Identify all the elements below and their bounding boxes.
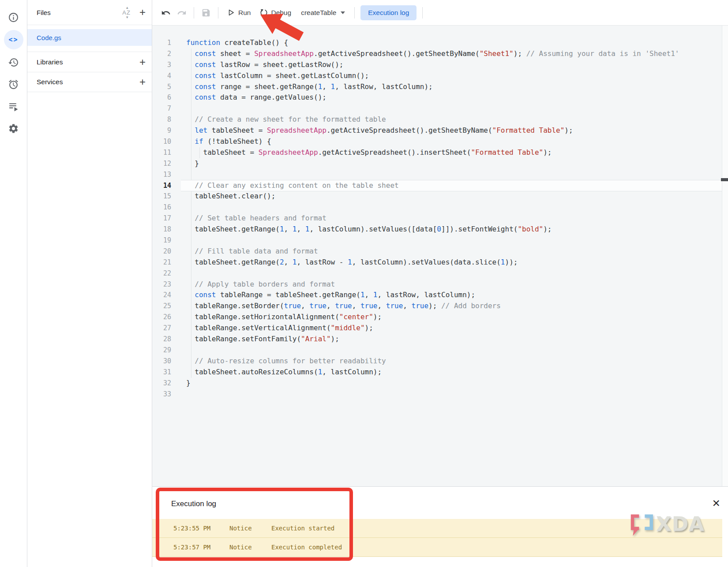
code-line-text[interactable] bbox=[181, 268, 722, 279]
line-number[interactable]: 16 bbox=[152, 202, 181, 213]
code-line-text[interactable]: const range = sheet.getRange(1, 1, lastR… bbox=[181, 82, 722, 93]
line-number[interactable]: 11 bbox=[152, 147, 181, 158]
line-number[interactable]: 28 bbox=[152, 334, 181, 345]
code-line-text[interactable]: tableSheet.autoResizeColumns(1, lastColu… bbox=[181, 367, 722, 378]
project-history-icon[interactable] bbox=[4, 53, 23, 71]
code-line[interactable]: 26 tableRange.setHorizontalAlignment("ce… bbox=[152, 312, 728, 323]
code-line-text[interactable]: function createTable() { bbox=[181, 37, 722, 48]
line-number[interactable]: 33 bbox=[152, 389, 181, 400]
add-file-plus-icon[interactable]: + bbox=[139, 7, 146, 18]
code-line[interactable]: 28 tableRange.setFontFamily("Arial"); bbox=[152, 334, 728, 345]
line-number[interactable]: 17 bbox=[152, 213, 181, 224]
file-item-code-gs[interactable]: Code.gs bbox=[27, 29, 152, 46]
code-line-text[interactable] bbox=[181, 103, 722, 114]
code-line-text[interactable]: const data = range.getValues(); bbox=[181, 92, 722, 103]
code-line-text[interactable]: const sheet = SpreadsheetApp.getActiveSp… bbox=[181, 48, 722, 60]
code-line-text[interactable]: tableSheet.getRange(2, 1, lastRow - 1, l… bbox=[181, 257, 722, 268]
code-line[interactable]: 20 // Fill table data and format bbox=[152, 246, 728, 257]
code-line[interactable]: 30 // Auto-resize columns for better rea… bbox=[152, 356, 728, 367]
code-line[interactable]: 32} bbox=[152, 378, 728, 389]
line-number[interactable]: 2 bbox=[152, 48, 181, 60]
code-line[interactable]: 33 bbox=[152, 389, 728, 400]
code-line[interactable]: 14 // Clear any existing content on the … bbox=[152, 180, 728, 191]
code-line[interactable]: 31 tableSheet.autoResizeColumns(1, lastC… bbox=[152, 367, 728, 378]
code-line[interactable]: 7 bbox=[152, 103, 728, 114]
close-icon[interactable]: × bbox=[712, 496, 720, 510]
debug-button[interactable]: Debug bbox=[255, 6, 296, 19]
line-number[interactable]: 8 bbox=[152, 114, 181, 125]
line-number[interactable]: 18 bbox=[152, 224, 181, 235]
line-number[interactable]: 15 bbox=[152, 191, 181, 202]
code-line[interactable]: 13 bbox=[152, 169, 728, 180]
code-line-text[interactable]: tableRange.setFontFamily("Arial"); bbox=[181, 334, 722, 345]
code-line-text[interactable]: } bbox=[181, 378, 722, 389]
code-line-text[interactable] bbox=[181, 345, 722, 356]
code-line[interactable]: 21 tableSheet.getRange(2, 1, lastRow - 1… bbox=[152, 257, 728, 268]
line-number[interactable]: 31 bbox=[152, 367, 181, 378]
line-number[interactable]: 4 bbox=[152, 71, 181, 82]
line-number[interactable]: 23 bbox=[152, 279, 181, 290]
line-number[interactable]: 7 bbox=[152, 103, 181, 114]
add-service-plus-icon[interactable]: + bbox=[139, 77, 146, 87]
line-number[interactable]: 3 bbox=[152, 60, 181, 71]
line-number[interactable]: 10 bbox=[152, 136, 181, 147]
settings-gear-icon[interactable] bbox=[4, 119, 23, 138]
code-line-text[interactable] bbox=[181, 202, 722, 213]
code-line[interactable]: 18 tableSheet.getRange(1, 1, 1, lastColu… bbox=[152, 224, 728, 235]
code-line[interactable]: 19 bbox=[152, 235, 728, 246]
line-number[interactable]: 1 bbox=[152, 37, 181, 48]
code-line-text[interactable]: tableSheet.clear(); bbox=[181, 191, 722, 202]
line-number[interactable]: 20 bbox=[152, 246, 181, 257]
code-line-text[interactable]: tableRange.setBorder(true, true, true, t… bbox=[181, 301, 722, 312]
line-number[interactable]: 13 bbox=[152, 169, 181, 180]
code-line[interactable]: 24 const tableRange = tableSheet.getRang… bbox=[152, 290, 728, 301]
triggers-alarm-icon[interactable] bbox=[4, 75, 23, 93]
code-line-text[interactable]: let tableSheet = SpreadsheetApp.getActiv… bbox=[181, 125, 722, 136]
sidebar-section-libraries[interactable]: Libraries + bbox=[27, 52, 152, 72]
code-line[interactable]: 12 } bbox=[152, 158, 728, 169]
executions-icon[interactable] bbox=[4, 97, 23, 116]
code-line[interactable]: 29 bbox=[152, 345, 728, 356]
line-number[interactable]: 9 bbox=[152, 125, 181, 136]
code-line[interactable]: 3 const lastRow = sheet.getLastRow(); bbox=[152, 60, 728, 71]
save-icon[interactable] bbox=[199, 6, 213, 19]
sidebar-section-services[interactable]: Services + bbox=[27, 72, 152, 92]
code-line[interactable]: 16 bbox=[152, 202, 728, 213]
line-number[interactable]: 29 bbox=[152, 345, 181, 356]
code-line[interactable]: 25 tableRange.setBorder(true, true, true… bbox=[152, 301, 728, 312]
code-line-text[interactable] bbox=[181, 389, 722, 400]
line-number[interactable]: 14 bbox=[152, 180, 181, 191]
line-number[interactable]: 25 bbox=[152, 301, 181, 312]
function-selector-dropdown[interactable]: createTable bbox=[296, 6, 350, 19]
code-line-text[interactable]: tableSheet = SpreadsheetApp.getActiveSpr… bbox=[181, 147, 722, 158]
code-line-text[interactable]: // Set table headers and format bbox=[181, 213, 722, 224]
code-line[interactable]: 23 // Apply table borders and format bbox=[152, 279, 728, 290]
code-line-text[interactable]: tableRange.setVerticalAlignment("middle"… bbox=[181, 323, 722, 334]
az-sort-icon[interactable]: AZ▲▼ bbox=[121, 9, 131, 16]
code-line-text[interactable]: // Create a new sheet for the formatted … bbox=[181, 114, 722, 125]
line-number[interactable]: 27 bbox=[152, 323, 181, 334]
code-line-text[interactable]: // Apply table borders and format bbox=[181, 279, 722, 290]
code-line[interactable]: 17 // Set table headers and format bbox=[152, 213, 728, 224]
code-line-text[interactable]: tableRange.setHorizontalAlignment("cente… bbox=[181, 312, 722, 323]
line-number[interactable]: 6 bbox=[152, 92, 181, 103]
line-number[interactable]: 32 bbox=[152, 378, 181, 389]
code-line[interactable]: 22 bbox=[152, 268, 728, 279]
code-line-text[interactable]: const lastRow = sheet.getLastRow(); bbox=[181, 60, 722, 71]
code-line-text[interactable]: const lastColumn = sheet.getLastColumn()… bbox=[181, 71, 722, 82]
code-line-text[interactable]: // Auto-resize columns for better readab… bbox=[181, 356, 722, 367]
code-line-text[interactable]: const tableRange = tableSheet.getRange(1… bbox=[181, 290, 722, 301]
code-line-text[interactable]: } bbox=[181, 158, 722, 169]
code-line-text[interactable]: tableSheet.getRange(1, 1, 1, lastColumn)… bbox=[181, 224, 722, 235]
add-library-plus-icon[interactable]: + bbox=[139, 57, 146, 67]
execution-log-button[interactable]: Execution log bbox=[360, 5, 417, 20]
line-number[interactable]: 26 bbox=[152, 312, 181, 323]
code-line[interactable]: 10 if (!tableSheet) { bbox=[152, 136, 728, 147]
redo-icon[interactable] bbox=[175, 6, 188, 19]
code-line[interactable]: 27 tableRange.setVerticalAlignment("midd… bbox=[152, 323, 728, 334]
code-editor[interactable]: 1function createTable() {2 const sheet =… bbox=[152, 25, 728, 486]
code-line[interactable]: 5 const range = sheet.getRange(1, 1, las… bbox=[152, 82, 728, 93]
code-editor-icon[interactable]: <> bbox=[4, 30, 23, 49]
code-line-text[interactable]: // Fill table data and format bbox=[181, 246, 722, 257]
code-line-text[interactable] bbox=[181, 169, 722, 180]
